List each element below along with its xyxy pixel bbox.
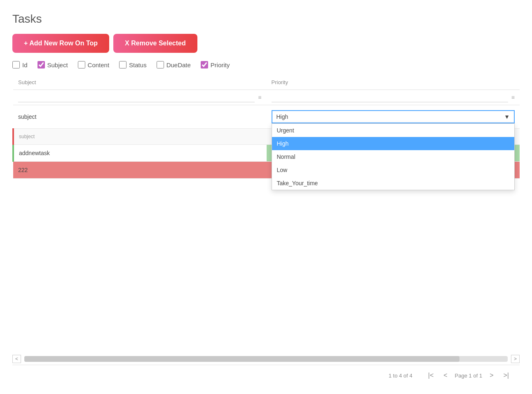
chevron-down-icon: ▼ (504, 113, 510, 120)
toggle-duedate[interactable]: DueDate (157, 61, 191, 68)
priority-filter-input[interactable] (272, 92, 508, 102)
header-subject: Subject (13, 75, 267, 90)
pagination-page-label: Page 1 of 1 (455, 373, 483, 379)
filter-row: ≡ ≡ (13, 90, 520, 105)
cell-priority-1: High ▼ Urgent High Normal Low Take_Your_… (267, 105, 520, 129)
scroll-left-button[interactable]: < (12, 355, 21, 363)
horizontal-scrollbar[interactable] (24, 356, 508, 362)
toggle-subject[interactable]: Subject (37, 61, 68, 68)
page-title: Tasks (12, 12, 520, 26)
add-new-row-button[interactable]: + Add New Row On Top (12, 34, 109, 53)
toggle-id-checkbox[interactable] (12, 61, 20, 68)
pagination-prev-button[interactable]: < (441, 371, 450, 380)
priority-dropdown-options: Urgent High Normal Low Take_Your_time (272, 123, 515, 190)
priority-selected-value: High (277, 113, 288, 120)
cell-subject-2: subject (13, 129, 267, 145)
toggle-id[interactable]: Id (12, 61, 28, 68)
column-toggles: Id Subject Content Status DueDate Priori… (12, 61, 520, 68)
table-wrapper: Subject Priority ≡ (12, 75, 520, 266)
priority-dropdown-1: High ▼ Urgent High Normal Low Take_Your_… (272, 110, 515, 123)
option-low[interactable]: Low (272, 163, 515, 177)
toggle-content-checkbox[interactable] (78, 61, 85, 68)
scrollbar-area: < > (12, 353, 520, 365)
priority-select-display[interactable]: High ▼ (272, 110, 515, 123)
cell-subject-3: addnewtask (13, 145, 267, 162)
option-normal[interactable]: Normal (272, 150, 515, 163)
tasks-table: Subject Priority ≡ (12, 75, 520, 179)
total-pages-number: 1 (479, 373, 482, 379)
option-urgent[interactable]: Urgent (272, 124, 515, 137)
table-header-row: Subject Priority (13, 75, 520, 90)
priority-filter-icon[interactable]: ≡ (511, 94, 515, 101)
toggle-priority-checkbox[interactable] (201, 61, 208, 68)
toggle-priority-label: Priority (211, 61, 230, 68)
toolbar: + Add New Row On Top X Remove Selected (12, 34, 520, 53)
pagination-first-button[interactable]: |< (426, 371, 436, 380)
subject-filter-input[interactable] (18, 92, 255, 102)
toggle-duedate-checkbox[interactable] (157, 61, 164, 68)
toggle-duedate-label: DueDate (166, 61, 191, 68)
pagination-range: 1 to 4 of 4 (389, 373, 412, 379)
header-priority: Priority (267, 75, 520, 90)
toggle-priority[interactable]: Priority (201, 61, 230, 68)
current-page-number: 1 (469, 373, 472, 379)
toggle-status-checkbox[interactable] (119, 61, 127, 68)
toggle-content[interactable]: Content (78, 61, 110, 68)
toggle-status-label: Status (129, 61, 147, 68)
cell-subject-1: subject (13, 105, 267, 129)
pagination-bar: 1 to 4 of 4 |< < Page 1 of 1 > >| (12, 365, 520, 386)
toggle-id-label: Id (22, 61, 28, 68)
cell-subject-4: 222 (13, 162, 267, 179)
option-high[interactable]: High (272, 137, 515, 150)
pagination-last-button[interactable]: >| (501, 371, 512, 380)
scroll-right-button[interactable]: > (511, 355, 520, 363)
remove-selected-button[interactable]: X Remove Selected (113, 34, 197, 53)
pagination-next-button[interactable]: > (487, 371, 496, 380)
subject-filter-icon[interactable]: ≡ (258, 94, 261, 101)
table-row: subject High ▼ Urgent High Normal L (13, 105, 520, 129)
option-take-your-time[interactable]: Take_Your_time (272, 177, 515, 190)
page-label-text: Page (455, 373, 467, 379)
toggle-status[interactable]: Status (119, 61, 147, 68)
toggle-content-label: Content (88, 61, 110, 68)
toggle-subject-label: Subject (47, 61, 68, 68)
of-label-text: of (473, 373, 478, 379)
toggle-subject-checkbox[interactable] (37, 61, 45, 68)
